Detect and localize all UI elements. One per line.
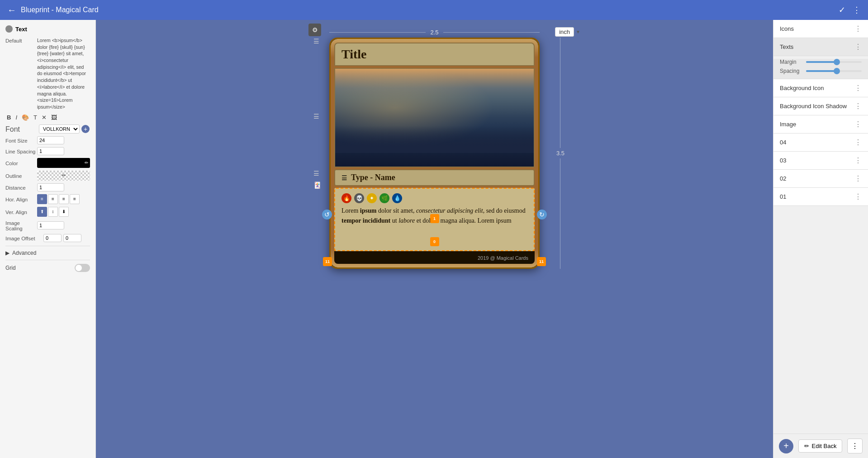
ver-align-field: Ver. Align ⬆ ↕ ⬇ <box>5 207 90 217</box>
margin-slider[interactable] <box>806 61 862 63</box>
rotate-handle-left[interactable]: ↺ <box>322 210 332 219</box>
sun-icon: ✦ <box>367 193 377 203</box>
image-offset-field: Image Offset <box>5 234 90 242</box>
left-side-icons: ☰ ☰ ☰ 🃏 <box>313 38 321 189</box>
back-button[interactable]: ← <box>7 5 16 15</box>
width-ruler: 2.5 <box>329 29 540 36</box>
valign-middle-button[interactable]: ↕ <box>48 207 58 217</box>
advanced-section[interactable]: ▶ Advanced <box>5 246 90 256</box>
card-wrapper: Title ☰ Type - Name 🔥 💀 <box>329 38 540 269</box>
badge-handle-1[interactable]: 1 <box>430 214 439 223</box>
bg-icon-label: Background Icon <box>780 85 824 91</box>
bg-icon-more-icon[interactable]: ⋮ <box>854 84 862 92</box>
topbar: ← Blueprint - Magical Card ✓ ⋮ <box>0 0 868 20</box>
text-format-button[interactable]: T <box>32 113 38 122</box>
paint-button[interactable]: 🎨 <box>20 113 30 122</box>
pencil-icon: ✏ <box>85 160 88 165</box>
01-label: 01 <box>780 193 786 200</box>
panel-item-02[interactable]: 02 ⋮ <box>773 170 868 188</box>
valign-top-button[interactable]: ⬆ <box>37 207 47 217</box>
italic-button[interactable]: I <box>14 113 19 122</box>
center-area: 2.5 inch ▼ ⚙ Title <box>96 20 773 458</box>
panel-item-03[interactable]: 03 ⋮ <box>773 152 868 170</box>
image-offset-x-input[interactable] <box>43 234 62 242</box>
font-size-field: Font Size <box>5 136 90 144</box>
card-image[interactable] <box>334 68 535 167</box>
badge-handle-11-right[interactable]: 11 <box>537 257 546 266</box>
text-type-icon <box>5 25 13 33</box>
outline-pencil-icon: ✏ <box>62 173 66 178</box>
outline-swatch[interactable]: ✏ <box>37 171 90 181</box>
left-icon-4[interactable]: 🃏 <box>313 181 321 189</box>
color-swatch[interactable]: ✏ <box>37 158 90 168</box>
align-center-button[interactable]: ≡ <box>48 194 58 204</box>
default-text: Lorem <b>ipsum</b> dolor {fire} {skull} … <box>37 37 90 110</box>
image-more-icon[interactable]: ⋮ <box>854 120 862 129</box>
check-icon[interactable]: ✓ <box>839 5 845 15</box>
edit-back-label: Edit Back <box>812 443 837 449</box>
left-icon-3[interactable]: ☰ <box>313 170 321 177</box>
panel-item-image[interactable]: Image ⋮ <box>773 115 868 134</box>
texts-label: Texts <box>780 43 793 50</box>
image-scaling-input[interactable] <box>37 221 64 229</box>
margin-row: Margin <box>780 59 862 65</box>
left-icon-1[interactable]: ☰ <box>313 38 321 45</box>
add-font-button[interactable]: + <box>81 125 90 133</box>
clear-button[interactable]: ✕ <box>40 113 48 122</box>
ver-align-label: Ver. Align <box>5 209 37 215</box>
grid-toggle[interactable] <box>75 264 90 272</box>
ver-align-group: ⬆ ↕ ⬇ <box>37 207 69 217</box>
outline-field: Outline ✏ <box>5 171 90 181</box>
left-icon-2[interactable]: ☰ <box>313 113 321 120</box>
texts-more-icon[interactable]: ⋮ <box>854 43 862 51</box>
margin-label: Margin <box>780 59 802 65</box>
panel-item-bg-icon[interactable]: Background Icon ⋮ <box>773 79 868 97</box>
badge-handle-0[interactable]: 0 <box>430 237 439 246</box>
03-more-icon[interactable]: ⋮ <box>854 156 862 165</box>
footer-more-button[interactable]: ⋮ <box>847 439 863 453</box>
bold-button[interactable]: B <box>5 113 12 122</box>
panel-item-01[interactable]: 01 ⋮ <box>773 188 868 206</box>
panel-item-icons[interactable]: Icons ⋮ <box>773 20 868 38</box>
margin-thumb[interactable] <box>834 59 840 65</box>
04-more-icon[interactable]: ⋮ <box>854 138 862 147</box>
rotate-handle-right[interactable]: ↻ <box>537 210 547 219</box>
distance-field: Distance <box>5 183 90 191</box>
unit-dropdown-icon[interactable]: ▼ <box>576 29 580 34</box>
font-select[interactable]: VOLLKORN <box>39 124 80 134</box>
image-button[interactable]: 🖼 <box>50 113 58 122</box>
right-panel-footer: + ✏ Edit Back ⋮ <box>773 434 868 458</box>
badge-11-left-label: 11 <box>325 259 330 264</box>
unit-label: inch <box>555 27 574 37</box>
align-justify-button[interactable]: ≡ <box>70 194 80 204</box>
chevron-right-icon: ▶ <box>5 250 9 256</box>
02-more-icon[interactable]: ⋮ <box>854 174 862 183</box>
add-layer-button[interactable]: + <box>779 439 793 453</box>
image-offset-y-input[interactable] <box>63 234 81 242</box>
edit-back-button[interactable]: ✏ Edit Back <box>798 439 843 453</box>
line-spacing-input[interactable] <box>37 147 64 155</box>
align-right-button[interactable]: ≡ <box>59 194 69 204</box>
bg-icon-shadow-more-icon[interactable]: ⋮ <box>854 102 862 110</box>
font-size-input[interactable] <box>37 136 64 144</box>
panel-item-bg-icon-shadow[interactable]: Background Icon Shadow ⋮ <box>773 97 868 115</box>
spacing-fill <box>806 70 837 72</box>
valign-bottom-button[interactable]: ⬇ <box>59 207 69 217</box>
more-icon[interactable]: ⋮ <box>853 5 861 15</box>
card-settings-button[interactable]: ⚙ <box>308 24 321 36</box>
color-label: Color <box>5 160 37 166</box>
ruler-line-left <box>329 32 426 33</box>
badge-handle-11-left[interactable]: 11 <box>323 257 332 266</box>
card-inner: Title ☰ Type - Name 🔥 💀 <box>331 39 538 267</box>
panel-item-04[interactable]: 04 ⋮ <box>773 134 868 152</box>
default-field: Default Lorem <b>ipsum</b> dolor {fire} … <box>5 37 90 110</box>
panel-item-texts[interactable]: Texts ⋮ <box>773 38 868 56</box>
icons-more-icon[interactable]: ⋮ <box>854 24 862 33</box>
spacing-slider[interactable] <box>806 70 862 72</box>
01-more-icon[interactable]: ⋮ <box>854 192 862 201</box>
distance-input[interactable] <box>37 183 64 191</box>
align-left-button[interactable]: ≡ <box>37 194 47 204</box>
spacing-thumb[interactable] <box>834 68 840 74</box>
outline-label: Outline <box>5 172 37 179</box>
list-icon: ☰ <box>342 174 347 181</box>
